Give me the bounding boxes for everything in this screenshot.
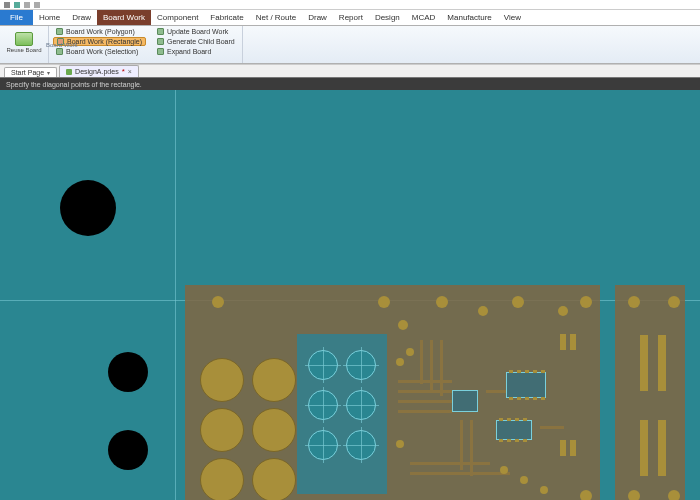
via [500,466,508,474]
generate-child-board-button[interactable]: Generate Child Board [154,37,238,46]
window-titlebar [0,0,700,10]
selection-icon [56,48,63,55]
save-icon[interactable] [14,2,20,8]
smd-pad [640,335,648,391]
reuse-board-button[interactable]: Reuse Board [4,27,44,57]
smd-pad [658,420,666,476]
redo-icon[interactable] [34,2,40,8]
menu-net-route[interactable]: Net / Route [250,10,302,25]
trace [398,390,452,393]
via [628,490,640,500]
via [396,358,404,366]
board-work-rectangle-label: Board Work (Rectangle) [67,38,142,45]
board-work-selection-label: Board Work (Selection) [66,48,138,55]
update-board-work-button[interactable]: Update Board Work [154,27,238,36]
ic-component [452,390,478,412]
smd-pad [640,420,648,476]
trace [486,390,506,393]
board-work-polygon-button[interactable]: Board Work (Polygon) [53,27,146,36]
via [396,440,404,448]
via [580,296,592,308]
menu-view[interactable]: View [498,10,527,25]
menu-home[interactable]: Home [33,10,66,25]
pcb-canvas[interactable] [0,90,700,500]
via [558,306,568,316]
ribbon: Reuse Board Board Work (Polygon) Board W… [0,26,700,64]
polygon-icon [56,28,63,35]
via [668,490,680,500]
ribbon-group-reuse: Reuse Board [0,26,49,63]
tab-design-a-label: DesignA.pdes [75,68,119,75]
menu-board-work[interactable]: Board Work [97,10,151,25]
drill-pad [308,430,338,460]
via [212,296,224,308]
via [520,476,528,484]
expand-board-button[interactable]: Expand Board [154,47,238,56]
cursor-crosshair-v [175,90,176,500]
trace [398,410,452,413]
via [512,296,524,308]
mounting-hole [60,180,116,236]
menu-design[interactable]: Design [369,10,406,25]
trace [410,472,510,475]
through-hole-pad [252,408,296,452]
tab-start-page[interactable]: Start Page ▾ [4,67,57,77]
trace [398,380,452,383]
undo-icon[interactable] [24,2,30,8]
menu-manufacture[interactable]: Manufacture [441,10,497,25]
smd-pad [570,440,576,456]
document-tabbar: Start Page ▾ DesignA.pdes * × [0,64,700,78]
via [668,296,680,308]
via [398,320,408,330]
drill-pad [346,390,376,420]
generate-icon [157,38,164,45]
through-hole-pad [252,458,296,500]
trace [430,340,433,390]
tab-design-a[interactable]: DesignA.pdes * × [59,65,139,77]
menu-report[interactable]: Report [333,10,369,25]
through-hole-pad [200,408,244,452]
via [628,296,640,308]
pcb-file-icon [66,69,72,75]
via [540,486,548,494]
command-hint: Specify the diagonal points of the recta… [6,81,142,88]
copper-pour [615,285,685,500]
chevron-down-icon: ▾ [47,69,50,76]
menu-mcad[interactable]: MCAD [406,10,442,25]
drill-pad [346,350,376,380]
via [406,348,414,356]
expand-board-label: Expand Board [167,48,211,55]
close-icon[interactable]: × [128,68,132,75]
drill-pad [346,430,376,460]
smd-pad [560,334,566,350]
trace [540,426,564,429]
menu-component[interactable]: Component [151,10,204,25]
board-work-polygon-label: Board Work (Polygon) [66,28,135,35]
through-hole-pad [200,358,244,402]
trace [410,462,490,465]
trace [398,400,452,403]
ribbon-group-boardwork: Board Work (Polygon) Board Work (Rectang… [49,26,243,63]
trace [470,420,473,476]
through-hole-pad [200,458,244,500]
drill-pad [308,390,338,420]
menu-draw2[interactable]: Draw [302,10,333,25]
ic-component [496,420,532,440]
command-prompt-bar: Specify the diagonal points of the recta… [0,78,700,90]
trace [440,340,443,396]
expand-icon [157,48,164,55]
trace [420,340,423,384]
smd-pad [658,335,666,391]
menu-fabricate[interactable]: Fabricate [204,10,249,25]
menu-draw[interactable]: Draw [66,10,97,25]
menu-file[interactable]: File [0,10,33,25]
tab-start-page-label: Start Page [11,69,44,76]
mounting-hole [108,352,148,392]
update-icon [157,28,164,35]
via [478,306,488,316]
update-board-work-label: Update Board Work [167,28,228,35]
dirty-indicator-icon: * [122,67,125,76]
reuse-board-icon [15,32,33,46]
via [436,296,448,308]
smd-pad [570,334,576,350]
